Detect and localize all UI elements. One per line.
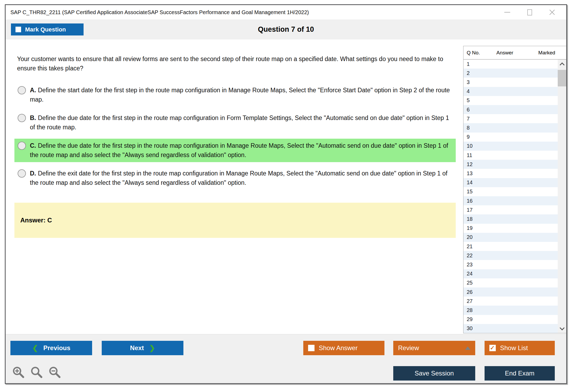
question-number: 13	[467, 170, 473, 177]
question-list-header: Q No. Answer Marked	[463, 46, 566, 59]
question-number: 24	[467, 271, 473, 277]
question-number: 9	[467, 134, 470, 140]
question-list-row[interactable]: 28	[463, 306, 558, 315]
question-list-row[interactable]: 1	[463, 59, 558, 69]
review-button[interactable]: Review	[393, 341, 475, 355]
zoom-in-icon[interactable]	[12, 366, 25, 379]
question-number: 2	[467, 70, 470, 76]
option-c-radio[interactable]	[18, 142, 26, 150]
option-c-letter: C.	[30, 142, 36, 149]
question-content: Your customer wants to ensure that all r…	[6, 39, 463, 334]
zoom-out-icon[interactable]	[48, 366, 62, 379]
question-list-row[interactable]: 25	[463, 278, 558, 287]
minimize-icon	[504, 12, 510, 13]
show-list-checkbox-icon	[489, 345, 496, 351]
question-list-row[interactable]: 18	[463, 214, 558, 223]
scroll-up-button[interactable]	[558, 59, 566, 69]
question-list-row[interactable]: 29	[463, 315, 558, 324]
previous-button[interactable]: Previous	[10, 341, 92, 355]
previous-label: Previous	[43, 344, 70, 352]
question-list-row[interactable]: 13	[463, 169, 558, 178]
chevron-left-icon	[32, 345, 38, 351]
show-answer-button[interactable]: Show Answer	[303, 341, 384, 355]
mark-question-button[interactable]: Mark Question	[11, 23, 84, 35]
save-session-label: Save Session	[415, 370, 454, 377]
question-number: 19	[467, 225, 473, 231]
question-list-row[interactable]: 21	[463, 242, 558, 251]
question-number: 6	[467, 107, 470, 113]
question-list-row[interactable]: 26	[463, 287, 558, 297]
option-a-letter: A.	[30, 87, 36, 94]
review-label: Review	[398, 344, 419, 352]
option-a[interactable]: A.Define the start date for the first st…	[14, 83, 456, 107]
window-title: SAP C_THR82_2211 (SAP Certified Applicat…	[10, 9, 309, 15]
scroll-down-button[interactable]	[558, 324, 566, 333]
question-list-row[interactable]: 20	[463, 233, 558, 242]
question-list-row[interactable]: 19	[463, 224, 558, 233]
scrollbar-thumb[interactable]	[558, 70, 566, 86]
option-c[interactable]: C.Define the due date for the first step…	[14, 139, 456, 162]
question-number: 20	[467, 234, 473, 240]
close-button[interactable]	[549, 9, 556, 16]
chevron-down-icon	[560, 325, 564, 330]
question-number: 26	[467, 289, 473, 295]
question-number: 10	[467, 143, 473, 149]
question-list-row[interactable]: 12	[463, 160, 558, 169]
question-list-row[interactable]: 3	[463, 78, 558, 87]
question-text: Your customer wants to ensure that all r…	[17, 54, 452, 73]
zoom-reset-icon[interactable]	[30, 366, 44, 379]
question-list-panel: Q No. Answer Marked 1 2 3 4 5 6 7 8 9 10…	[463, 46, 566, 333]
option-b-text: B.Define the due date for the first step…	[30, 113, 453, 132]
next-label: Next	[130, 344, 144, 352]
question-number: 21	[467, 243, 473, 250]
option-b[interactable]: B.Define the due date for the first step…	[14, 111, 456, 134]
question-list-row[interactable]: 17	[463, 205, 558, 214]
question-number: 17	[467, 207, 473, 213]
next-button[interactable]: Next	[102, 341, 183, 355]
maximize-icon	[527, 9, 532, 15]
show-list-button[interactable]: Show List	[485, 341, 555, 355]
exam-window: SAP C_THR82_2211 (SAP Certified Applicat…	[5, 4, 567, 384]
option-b-radio[interactable]	[18, 114, 26, 122]
footer: Previous Next Show Answer Review Show Li…	[6, 334, 566, 383]
question-list-row[interactable]: 22	[463, 251, 558, 260]
question-list-row[interactable]: 9	[463, 133, 558, 142]
question-list-row[interactable]: 6	[463, 105, 558, 114]
question-list-row[interactable]: 2	[463, 69, 558, 78]
question-list-scrollbar[interactable]	[558, 59, 566, 333]
question-list-row[interactable]: 23	[463, 260, 558, 269]
question-list-row[interactable]: 11	[463, 151, 558, 160]
question-list-row[interactable]: 14	[463, 178, 558, 187]
question-number: 7	[467, 116, 470, 122]
question-number: 30	[467, 325, 473, 331]
question-number: 11	[467, 152, 472, 158]
save-session-button[interactable]: Save Session	[393, 366, 475, 381]
question-list-row[interactable]: 4	[463, 87, 558, 96]
question-number: 28	[467, 307, 473, 313]
question-list-row[interactable]: 15	[463, 187, 558, 196]
option-a-radio[interactable]	[18, 86, 26, 94]
question-list-row[interactable]: 8	[463, 123, 558, 132]
question-list-row[interactable]: 5	[463, 96, 558, 105]
option-a-body: Define the start date for the first step…	[30, 87, 450, 103]
option-c-body: Define the due date for the first step i…	[30, 142, 448, 158]
option-d-radio[interactable]	[18, 169, 26, 178]
triangle-up-icon	[465, 346, 470, 350]
question-list-row[interactable]: 24	[463, 269, 558, 278]
column-marked: Marked	[532, 50, 566, 56]
option-d-letter: D.	[30, 170, 36, 177]
end-exam-button[interactable]: End Exam	[485, 366, 555, 381]
question-number: 22	[467, 253, 473, 259]
question-list-row[interactable]: 10	[463, 142, 558, 151]
question-list-row[interactable]: 27	[463, 297, 558, 306]
option-d[interactable]: D.Define the exit date for the first ste…	[14, 166, 456, 190]
question-list-row[interactable]: 16	[463, 196, 558, 205]
topbar: Mark Question Question 7 of 10	[6, 19, 566, 39]
question-list-row[interactable]: 30	[463, 324, 558, 333]
minimize-button[interactable]	[504, 9, 511, 16]
question-number: 23	[467, 262, 473, 268]
mark-question-checkbox-icon	[15, 27, 21, 32]
question-number: 15	[467, 189, 473, 195]
question-list-row[interactable]: 7	[463, 114, 558, 123]
maximize-button[interactable]	[526, 9, 533, 16]
